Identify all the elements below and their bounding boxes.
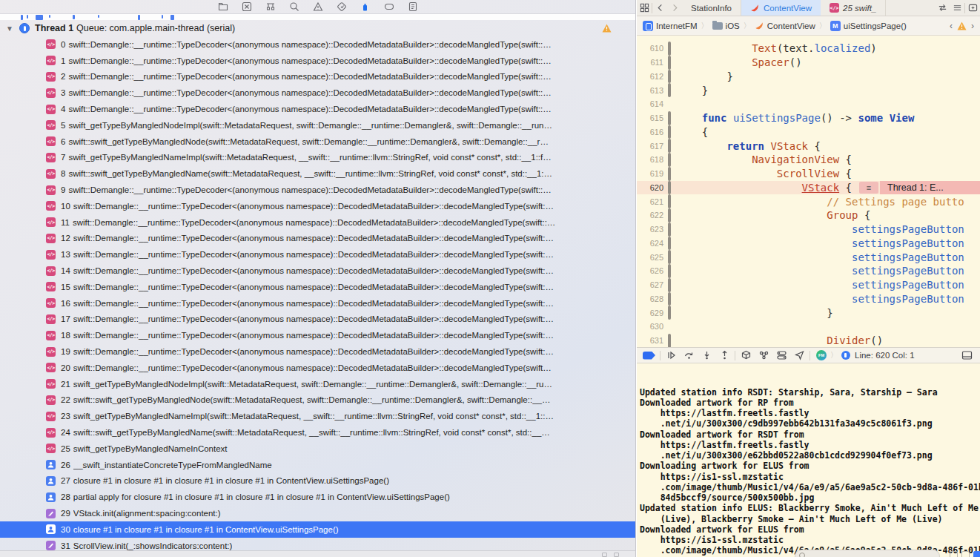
jump-bar-item-file[interactable]: ContentView	[767, 22, 815, 30]
line-number[interactable]: 611	[637, 58, 663, 67]
editor-options-icon[interactable]	[950, 3, 964, 13]
debug-spray-icon[interactable]	[360, 1, 371, 13]
line-number[interactable]: 630	[637, 322, 663, 331]
app-process-icon[interactable]: FM	[816, 350, 827, 360]
debug-console[interactable]: Updated station info RSDT: Starship, Sar…	[637, 363, 980, 557]
warning-icon[interactable]	[957, 22, 967, 30]
breakpoints-icon[interactable]	[383, 1, 394, 13]
previous-issue-icon[interactable]: ‹	[950, 21, 953, 31]
code-line[interactable]: 627 settingsPageButton	[637, 278, 980, 292]
thread-row[interactable]: ▼ Thread 1 Queue: com.apple.main-thread …	[0, 20, 635, 36]
line-number[interactable]: 618	[637, 155, 663, 164]
console-pane-icon[interactable]	[961, 551, 970, 557]
stack-frame[interactable]: </>22swift::swift_getTypeByMangledNode(s…	[0, 392, 635, 409]
related-items-icon[interactable]	[637, 3, 652, 13]
stack-frame[interactable]: </>13swift::Demangle::__runtime::TypeDec…	[0, 246, 635, 263]
stack-frame[interactable]: </>9swift::Demangle::__runtime::TypeDeco…	[0, 182, 635, 198]
simulate-location-icon[interactable]	[790, 350, 808, 360]
stack-frame[interactable]: </>12swift::Demangle::__runtime::TypeDec…	[0, 231, 635, 247]
footer-button-icon[interactable]	[614, 553, 619, 557]
issues-icon[interactable]	[312, 1, 323, 13]
line-number[interactable]: 628	[637, 294, 663, 303]
tab-stationinfo[interactable]: StationInfo	[682, 0, 741, 16]
stack-frame[interactable]: 29VStack.init(alignment:spacing:content:…	[0, 505, 635, 521]
debug-gauges-strip[interactable]	[0, 13, 635, 20]
code-line[interactable]: 611 Spacer()	[637, 56, 980, 70]
code-review-icon[interactable]	[935, 3, 950, 13]
line-number[interactable]: 622	[637, 211, 663, 220]
stack-frame[interactable]: 26__swift_instantiateConcreteTypeFromMan…	[0, 457, 635, 473]
code-line[interactable]: 629 }	[637, 306, 980, 320]
stack-frame[interactable]: </>5swift_getTypeByMangledNodeImpl(swift…	[0, 117, 635, 134]
step-over-icon[interactable]	[680, 350, 698, 360]
jump-bar-item-project[interactable]: InternetFM	[656, 22, 698, 30]
line-number[interactable]: 615	[637, 113, 663, 122]
memory-graph-icon[interactable]	[755, 350, 772, 360]
code-line[interactable]: 610 Text(text.localized)	[637, 42, 980, 56]
stack-frame[interactable]: </>20swift::Demangle::__runtime::TypeDec…	[0, 360, 635, 376]
stack-frame[interactable]: </>16swift::Demangle::__runtime::TypeDec…	[0, 295, 635, 312]
console-pane-toggle-icon[interactable]	[973, 551, 980, 557]
stack-frame[interactable]: </>4swift::Demangle::__runtime::TypeDeco…	[0, 101, 635, 117]
stack-frame[interactable]: </>7swift_getTypeByMangledNameImpl(swift…	[0, 150, 635, 166]
code-line[interactable]: 622 Group {	[637, 208, 980, 223]
code-line[interactable]: 628 settingsPageButton	[637, 292, 980, 306]
stack-frame[interactable]: 28partial apply for closure #1 in closur…	[0, 489, 635, 505]
stack-frame[interactable]: </>8swift::swift_getTypeByMangledName(sw…	[0, 165, 635, 182]
code-line[interactable]: 614	[637, 97, 980, 111]
code-line[interactable]: 631 Divider()	[637, 334, 980, 347]
stack-frame[interactable]: </>25swift_getTypeByMangledNameInContext	[0, 441, 635, 457]
stack-frame[interactable]: </>23swift_getTypeByMangledNameImpl(swif…	[0, 408, 635, 424]
breakpoint-menu-icon[interactable]: ≡	[859, 182, 878, 194]
project-icon[interactable]	[217, 1, 228, 13]
code-line[interactable]: 624 settingsPageButton	[637, 237, 980, 251]
stack-frame[interactable]: </>19swift::Demangle::__runtime::TypeDec…	[0, 343, 635, 360]
line-number[interactable]: 624	[637, 239, 663, 248]
code-line[interactable]: 612 }	[637, 70, 980, 84]
line-number[interactable]: 619	[637, 169, 663, 178]
stack-frame[interactable]: </>17swift::Demangle::__runtime::TypeDec…	[0, 312, 635, 328]
console-trash-icon[interactable]	[950, 551, 958, 557]
back-icon[interactable]	[652, 3, 667, 13]
stack-frame[interactable]: </>0swift::Demangle::__runtime::TypeDeco…	[0, 36, 635, 53]
thread-icon[interactable]	[841, 351, 850, 360]
breakpoints-toggle-icon[interactable]	[643, 352, 655, 360]
code-line[interactable]: 625 settingsPageButton	[637, 250, 980, 264]
step-into-icon[interactable]	[698, 350, 715, 360]
stack-frame[interactable]: </>15swift::Demangle::__runtime::TypeDec…	[0, 279, 635, 295]
line-number[interactable]: 616	[637, 128, 663, 136]
hide-debug-area-icon[interactable]	[958, 350, 976, 360]
stack-frame[interactable]: </>18swift::Demangle::__runtime::TypeDec…	[0, 327, 635, 343]
source-control-icon[interactable]	[241, 1, 252, 13]
stack-frame[interactable]: </>3swift::Demangle::__runtime::TypeDeco…	[0, 85, 635, 101]
jump-bar-item-group[interactable]: iOS	[726, 22, 740, 30]
stack-frame[interactable]: 30closure #1 in closure #1 in closure #1…	[0, 521, 635, 538]
line-number[interactable]: 612	[637, 72, 663, 81]
code-line[interactable]: 616 {	[637, 125, 980, 139]
stack-frame[interactable]: </>2swift::Demangle::__runtime::TypeDeco…	[0, 69, 635, 85]
next-issue-icon[interactable]: ›	[971, 21, 974, 31]
jump-bar-item-symbol[interactable]: uiSettingsPage()	[844, 22, 907, 30]
code-line[interactable]: 623 settingsPageButton	[637, 223, 980, 237]
line-number[interactable]: 620	[637, 183, 663, 192]
stack-frame[interactable]: 27closure #1 in closure #1 in closure #1…	[0, 473, 635, 490]
stack-frame[interactable]: </>6swift::swift_getTypeByMangledNode(sw…	[0, 134, 635, 150]
code-line[interactable]: 613 }	[637, 83, 980, 97]
stack-frame[interactable]: </>10swift::Demangle::__runtime::TypeDec…	[0, 198, 635, 214]
code-line[interactable]: 619 ScrollView {	[637, 167, 980, 181]
line-number[interactable]: 631	[637, 336, 663, 345]
code-line[interactable]: 617 return VStack {	[637, 139, 980, 153]
code-line[interactable]: 630	[637, 320, 980, 334]
stack-frame[interactable]: </>14swift::Demangle::__runtime::TypeDec…	[0, 263, 635, 279]
line-number[interactable]: 610	[637, 44, 663, 53]
stack-frame[interactable]: </>21swift_getTypeByMangledNodeImpl(swif…	[0, 376, 635, 392]
code-line[interactable]: 621 // Settings page butto	[637, 194, 980, 208]
stack-frame[interactable]: </>1swift::Demangle::__runtime::TypeDeco…	[0, 53, 635, 69]
line-number[interactable]: 629	[637, 309, 663, 317]
line-number[interactable]: 627	[637, 280, 663, 289]
source-editor[interactable]: 610 Text(text.localized)611 Spacer()612 …	[637, 36, 980, 347]
line-number[interactable]: 617	[637, 142, 663, 151]
code-line[interactable]: 620 VStack {≡Thread 1: E...	[637, 181, 980, 195]
forward-icon[interactable]	[667, 3, 682, 13]
thread-error-badge[interactable]: Thread 1: E...	[880, 181, 980, 195]
